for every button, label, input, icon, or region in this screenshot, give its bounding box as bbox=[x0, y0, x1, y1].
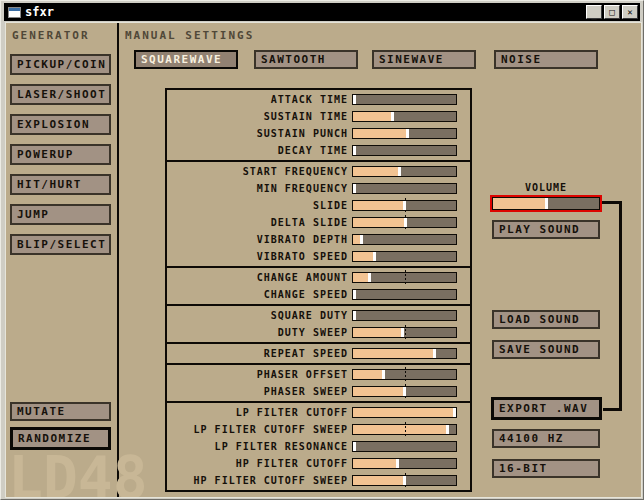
wave-noise[interactable]: NOISE bbox=[494, 50, 598, 69]
slider-row: VIBRATO DEPTH bbox=[167, 231, 470, 248]
slider-hp-filter-cutoff-sweep[interactable] bbox=[352, 475, 457, 486]
wave-squarewave[interactable]: SQUAREWAVE bbox=[134, 50, 238, 69]
slider-phaser-sweep[interactable] bbox=[352, 386, 457, 397]
slider-marker bbox=[353, 290, 356, 299]
title-bar[interactable]: sfxr _□✕ bbox=[4, 3, 640, 21]
slider-fill bbox=[353, 167, 399, 176]
slider-lp-filter-cutoff[interactable] bbox=[352, 407, 457, 418]
close-button[interactable]: ✕ bbox=[622, 5, 638, 19]
generator-explosion[interactable]: EXPLOSION bbox=[10, 114, 111, 135]
window-controls: _□✕ bbox=[586, 5, 638, 19]
slider-sustain-punch[interactable] bbox=[352, 128, 457, 139]
slider-square-duty[interactable] bbox=[352, 310, 457, 321]
slider-label: VIBRATO SPEED bbox=[167, 251, 352, 262]
slider-duty-sweep[interactable] bbox=[352, 327, 457, 338]
slider-vibrato-speed[interactable] bbox=[352, 251, 457, 262]
slider-label: SUSTAIN PUNCH bbox=[167, 128, 352, 139]
slider-row: HP FILTER CUTOFF bbox=[167, 455, 470, 472]
slider-label: PHASER OFFSET bbox=[167, 369, 352, 380]
slider-label: LP FILTER CUTOFF bbox=[167, 407, 352, 418]
slider-row: PHASER OFFSET bbox=[167, 366, 470, 383]
slider-row: LP FILTER RESONANCE bbox=[167, 438, 470, 455]
slider-row: SQUARE DUTY bbox=[167, 307, 470, 324]
slider-min-frequency[interactable] bbox=[352, 183, 457, 194]
generator-header: GENERATOR bbox=[12, 29, 90, 42]
slider-fill bbox=[353, 328, 402, 337]
minimize-icon: _ bbox=[591, 11, 596, 20]
slider-fill bbox=[353, 218, 406, 227]
slider-fill bbox=[353, 476, 405, 485]
slider-change-speed[interactable] bbox=[352, 289, 457, 300]
generator-jump[interactable]: JUMP bbox=[10, 204, 111, 225]
slider-label: HP FILTER CUTOFF bbox=[167, 458, 352, 469]
maximize-icon: □ bbox=[609, 8, 614, 17]
slider-row: PHASER SWEEP bbox=[167, 383, 470, 400]
play-sound-button[interactable]: PLAY SOUND bbox=[492, 220, 600, 239]
slider-center-mark bbox=[405, 367, 406, 383]
minimize-button[interactable]: _ bbox=[586, 5, 602, 19]
slider-fill bbox=[353, 201, 405, 210]
slider-marker bbox=[382, 370, 385, 379]
save-sound-button[interactable]: SAVE SOUND bbox=[492, 340, 600, 359]
slider-hp-filter-cutoff[interactable] bbox=[352, 458, 457, 469]
slider-marker bbox=[453, 408, 456, 417]
slider-sustain-time[interactable] bbox=[352, 111, 457, 122]
mutate-button[interactable]: MUTATE bbox=[10, 402, 111, 421]
slider-group: SQUARE DUTYDUTY SWEEP bbox=[165, 306, 472, 344]
slider-fill bbox=[353, 459, 397, 468]
slider-repeat-speed[interactable] bbox=[352, 348, 457, 359]
slider-center-mark bbox=[405, 270, 406, 286]
generator-hit-hurt[interactable]: HIT/HURT bbox=[10, 174, 111, 195]
slider-attack-time[interactable] bbox=[352, 94, 457, 105]
slider-marker bbox=[353, 95, 356, 104]
bit-depth-button[interactable]: 16-BIT bbox=[492, 459, 600, 478]
export-wav-button[interactable]: EXPORT .WAV bbox=[491, 397, 602, 420]
slider-row: REPEAT SPEED bbox=[167, 345, 470, 362]
slider-lp-filter-cutoff-sweep[interactable] bbox=[352, 424, 457, 435]
slider-change-amount[interactable] bbox=[352, 272, 457, 283]
slider-marker bbox=[353, 146, 356, 155]
generator-laser-shoot[interactable]: LASER/SHOOT bbox=[10, 84, 111, 105]
slider-label: DELTA SLIDE bbox=[167, 217, 352, 228]
slider-fill bbox=[353, 408, 456, 417]
slider-label: REPEAT SPEED bbox=[167, 348, 352, 359]
wave-sawtooth[interactable]: SAWTOOTH bbox=[254, 50, 358, 69]
generator-powerup[interactable]: POWERUP bbox=[10, 144, 111, 165]
slider-fill bbox=[353, 252, 374, 261]
slider-marker bbox=[433, 349, 436, 358]
ld48-watermark: LD48 bbox=[8, 449, 148, 498]
slider-slide[interactable] bbox=[352, 200, 457, 211]
wave-sinewave[interactable]: SINEWAVE bbox=[372, 50, 476, 69]
slider-marker bbox=[391, 112, 394, 121]
slider-marker bbox=[368, 273, 371, 282]
app-icon bbox=[8, 7, 21, 18]
slider-marker bbox=[396, 459, 399, 468]
slider-row: DECAY TIME bbox=[167, 142, 470, 159]
slider-row: HP FILTER CUTOFF SWEEP bbox=[167, 472, 470, 489]
slider-decay-time[interactable] bbox=[352, 145, 457, 156]
slider-fill bbox=[353, 370, 383, 379]
slider-vibrato-depth[interactable] bbox=[352, 234, 457, 245]
window-title: sfxr bbox=[25, 5, 54, 19]
maximize-button[interactable]: □ bbox=[604, 5, 620, 19]
slider-start-frequency[interactable] bbox=[352, 166, 457, 177]
generator-blip-select[interactable]: BLIP/SELECT bbox=[10, 234, 111, 255]
slider-phaser-offset[interactable] bbox=[352, 369, 457, 380]
generator-pickup-coin[interactable]: PICKUP/COIN bbox=[10, 54, 111, 75]
sample-rate-button[interactable]: 44100 HZ bbox=[492, 429, 600, 448]
slider-group: CHANGE AMOUNTCHANGE SPEED bbox=[165, 268, 472, 306]
slider-center-mark bbox=[405, 422, 406, 438]
slider-lp-filter-resonance[interactable] bbox=[352, 441, 457, 452]
slider-row: SLIDE bbox=[167, 197, 470, 214]
volume-slider[interactable] bbox=[490, 195, 602, 212]
manual-settings-header: MANUAL SETTINGS bbox=[125, 29, 254, 42]
slider-label: VIBRATO DEPTH bbox=[167, 234, 352, 245]
load-sound-button[interactable]: LOAD SOUND bbox=[492, 310, 600, 329]
client-area: GENERATOR MANUAL SETTINGS PICKUP/COINLAS… bbox=[5, 22, 642, 498]
slider-row: MIN FREQUENCY bbox=[167, 180, 470, 197]
slider-row: LP FILTER CUTOFF bbox=[167, 404, 470, 421]
slider-label: CHANGE AMOUNT bbox=[167, 272, 352, 283]
slider-marker bbox=[353, 442, 356, 451]
slider-label: LP FILTER CUTOFF SWEEP bbox=[167, 424, 352, 435]
slider-delta-slide[interactable] bbox=[352, 217, 457, 228]
